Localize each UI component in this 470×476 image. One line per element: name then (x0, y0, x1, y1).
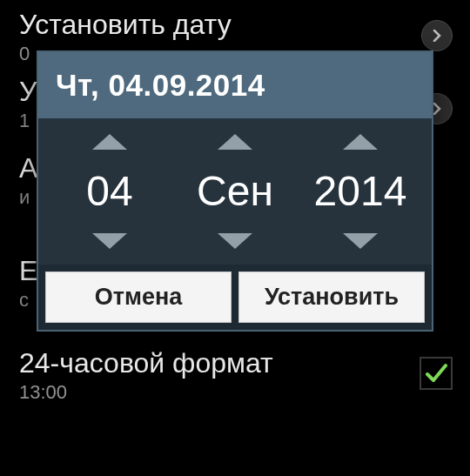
checkbox-24h[interactable] (420, 357, 453, 390)
month-value[interactable]: Сен (197, 164, 273, 219)
settings-item-24h[interactable]: 24-часовой формат 13:00 (0, 337, 470, 409)
settings-item-title: 24-часовой формат (19, 345, 451, 379)
chevron-up-icon[interactable] (218, 134, 252, 150)
dialog-title: Чт, 04.09.2014 (38, 52, 432, 118)
ok-button[interactable]: Установить (238, 272, 425, 323)
year-spinner[interactable]: 2014 (299, 134, 421, 249)
chevron-down-icon[interactable] (92, 233, 127, 249)
dialog-overlay: Чт, 04.09.2014 04 Сен 2014 Отмена Устано… (0, 50, 470, 332)
year-value[interactable]: 2014 (314, 164, 407, 219)
date-spinners: 04 Сен 2014 (38, 118, 432, 265)
settings-item-title: Установить дату (19, 7, 451, 41)
date-picker-dialog: Чт, 04.09.2014 04 Сен 2014 Отмена Устано… (37, 50, 433, 332)
settings-item-sub: 13:00 (19, 381, 451, 404)
dialog-button-bar: Отмена Установить (38, 265, 432, 330)
day-value[interactable]: 04 (86, 164, 132, 219)
chevron-right-icon[interactable] (421, 20, 453, 51)
check-icon (424, 361, 448, 385)
chevron-down-icon[interactable] (343, 233, 378, 249)
chevron-down-icon[interactable] (218, 233, 252, 249)
chevron-up-icon[interactable] (92, 134, 127, 150)
month-spinner[interactable]: Сен (174, 134, 296, 249)
chevron-up-icon[interactable] (343, 134, 378, 150)
day-spinner[interactable]: 04 (49, 134, 171, 249)
cancel-button[interactable]: Отмена (45, 272, 232, 323)
